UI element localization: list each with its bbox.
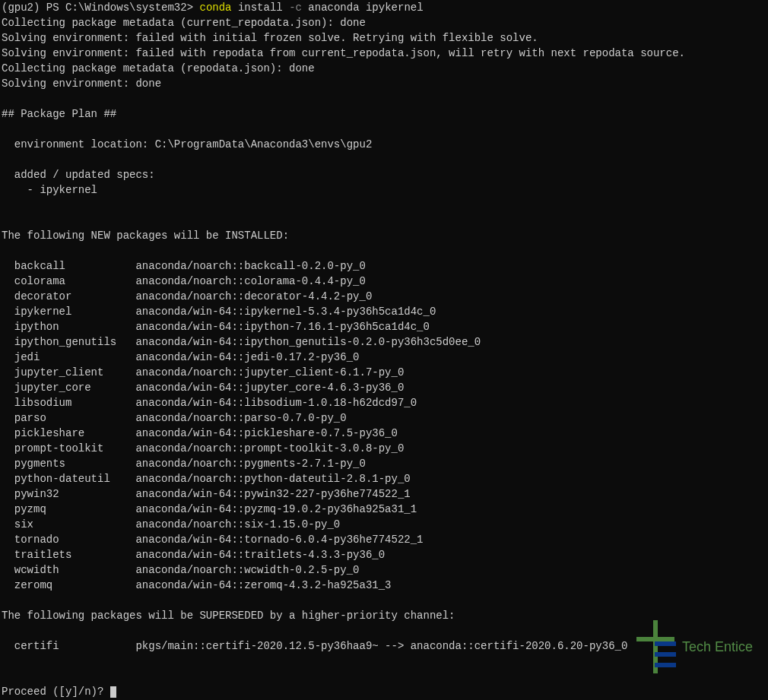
- cursor-icon: [110, 686, 116, 698]
- blank-line: [2, 593, 768, 608]
- ps-label: PS: [46, 2, 59, 14]
- blank-line: [2, 152, 768, 167]
- cmd-main: conda: [199, 2, 231, 14]
- package-row: traitlets anaconda/win-64::traitlets-4.3…: [2, 547, 768, 562]
- env-label: (gpu2): [2, 2, 40, 14]
- package-row: pygments anaconda/noarch::pygments-2.7.1…: [2, 456, 768, 471]
- package-row: parso anaconda/noarch::parso-0.7.0-py_0: [2, 410, 768, 426]
- package-row: tornado anaconda/win-64::tornado-6.0.4-p…: [2, 532, 768, 547]
- output-line: Collecting package metadata (current_rep…: [2, 15, 768, 30]
- spec-item: - ipykernel: [2, 182, 768, 198]
- cmd-flag: -c: [289, 2, 302, 14]
- blank-line: [2, 213, 768, 228]
- output-line: Collecting package metadata (repodata.js…: [2, 61, 768, 76]
- package-row: pyzmq anaconda/win-64::pyzmq-19.0.2-py36…: [2, 502, 768, 517]
- watermark-icon: [632, 620, 678, 673]
- package-row: six anaconda/noarch::six-1.15.0-py_0: [2, 517, 768, 532]
- package-row: python-dateutil anaconda/noarch::python-…: [2, 471, 768, 486]
- output-line: Solving environment: failed with repodat…: [2, 46, 768, 61]
- blank-line: [2, 91, 768, 106]
- package-row: ipython anaconda/win-64::ipython-7.16.1-…: [2, 319, 768, 334]
- blank-line: [2, 198, 768, 213]
- package-row: ipython_genutils anaconda/win-64::ipytho…: [2, 334, 768, 350]
- watermark: Tech Entice: [632, 620, 753, 673]
- package-row: decorator anaconda/noarch::decorator-4.4…: [2, 289, 768, 304]
- prompt-line: (gpu2) PS C:\Windows\system32> conda ins…: [2, 0, 768, 15]
- proceed-prompt[interactable]: Proceed ([y]/n)?: [2, 684, 768, 699]
- package-list: backcall anaconda/noarch::backcall-0.2.0…: [2, 258, 768, 593]
- package-row: wcwidth anaconda/noarch::wcwidth-0.2.5-p…: [2, 562, 768, 578]
- plan-header: ## Package Plan ##: [2, 106, 768, 122]
- package-row: backcall anaconda/noarch::backcall-0.2.0…: [2, 258, 768, 274]
- package-row: libsodium anaconda/win-64::libsodium-1.0…: [2, 395, 768, 410]
- package-row: pickleshare anaconda/win-64::pickleshare…: [2, 426, 768, 441]
- path-label: C:\Windows\system32>: [65, 2, 193, 14]
- cmd-arg2: ipykernel: [366, 2, 424, 14]
- package-row: jupyter_client anaconda/noarch::jupyter_…: [2, 365, 768, 380]
- blank-line: [2, 122, 768, 137]
- env-location: environment location: C:\ProgramData\Ana…: [2, 137, 768, 152]
- package-row: zeromq anaconda/win-64::zeromq-4.3.2-ha9…: [2, 578, 768, 593]
- package-row: ipykernel anaconda/win-64::ipykernel-5.3…: [2, 304, 768, 319]
- cmd-install: install: [238, 2, 283, 14]
- output-line: Solving environment: done: [2, 76, 768, 91]
- watermark-text: Tech Entice: [682, 639, 753, 654]
- package-row: pywin32 anaconda/win-64::pywin32-227-py3…: [2, 486, 768, 502]
- package-row: prompt-toolkit anaconda/noarch::prompt-t…: [2, 441, 768, 456]
- package-row: jedi anaconda/win-64::jedi-0.17.2-py36_0: [2, 350, 768, 365]
- proceed-text: Proceed ([y]/n)?: [2, 686, 110, 698]
- output-line: Solving environment: failed with initial…: [2, 30, 768, 46]
- added-specs: added / updated specs:: [2, 167, 768, 182]
- cmd-arg1: anaconda: [308, 2, 359, 14]
- new-packages-header: The following NEW packages will be INSTA…: [2, 228, 768, 243]
- blank-line: [2, 243, 768, 258]
- package-row: colorama anaconda/noarch::colorama-0.4.4…: [2, 274, 768, 289]
- package-row: jupyter_core anaconda/win-64::jupyter_co…: [2, 380, 768, 395]
